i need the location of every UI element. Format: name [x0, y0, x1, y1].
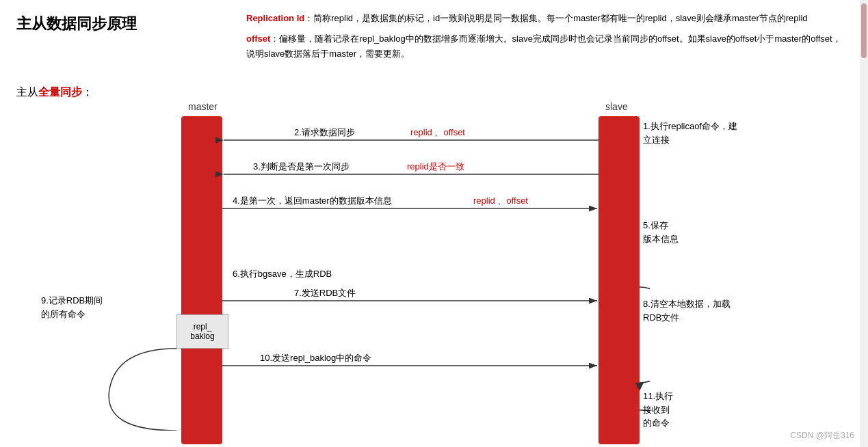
- watermark: CSDN @阿岳316: [790, 430, 854, 442]
- scrollbar-thumb[interactable]: [861, 3, 867, 58]
- msg-2-highlight: replid 、offset: [410, 127, 465, 137]
- msg-3-highlight: replid是否一致: [407, 161, 464, 172]
- repl-baklog-box: repl_baklog: [176, 314, 228, 349]
- offset-desc: offset：偏移量，随着记录在repl_baklog中的数据增多而逐渐增大。s…: [246, 31, 847, 62]
- diagram-area: master slave repl_baklog: [0, 96, 860, 447]
- msg-2-text: 2.请求数据同步: [294, 127, 355, 137]
- main-content: 主从数据同步原理 主从全量同步： Replication Id：简称replid…: [0, 0, 868, 447]
- scrollbar[interactable]: [860, 0, 868, 447]
- offset-label: offset: [246, 33, 270, 44]
- page-container: 主从数据同步原理 主从全量同步： Replication Id：简称replid…: [0, 0, 868, 447]
- offset-text: 偏移量，随着记录在repl_baklog中的数据增多而逐渐增大。slave完成同…: [246, 33, 841, 59]
- msg-4-highlight: replid 、offset: [473, 195, 528, 206]
- offset-colon: ：: [270, 33, 279, 44]
- msg-5-note: 5.保存版本信息: [643, 219, 711, 245]
- arrow-9-curve: [109, 349, 176, 431]
- diagram-svg: 2.请求数据同步 replid 、offset 3.判断是否是第一次同步 rep…: [0, 96, 650, 431]
- msg-6-text: 6.执行bgsave，生成RDB: [233, 269, 332, 279]
- msg-11-note: 11.执行接收到的命令: [643, 390, 711, 430]
- msg-8-note: 8.清空本地数据，加载RDB文件: [643, 297, 732, 324]
- msg-9-note: 9.记录RDB期间的所有命令: [41, 294, 109, 321]
- msg-4-text: 4.是第一次，返回master的数据版本信息: [233, 195, 392, 206]
- msg-3-text: 3.判断是否是第一次同步: [253, 161, 350, 172]
- replication-label: Replication Id: [246, 13, 304, 23]
- description-area: Replication Id：简称replid，是数据集的标记，id一致则说明是…: [246, 11, 847, 62]
- replication-text: 简称replid，是数据集的标记，id一致则说明是同一数据集。每一个master…: [313, 13, 807, 23]
- replication-desc: Replication Id：简称replid，是数据集的标记，id一致则说明是…: [246, 11, 847, 26]
- msg-1-note: 1.执行replicaof命令，建立连接: [643, 120, 739, 146]
- msg-7-text: 7.发送RDB文件: [294, 288, 356, 298]
- replication-colon: ：: [304, 13, 313, 23]
- msg-10-text: 10.发送repl_baklog中的命令: [260, 353, 371, 363]
